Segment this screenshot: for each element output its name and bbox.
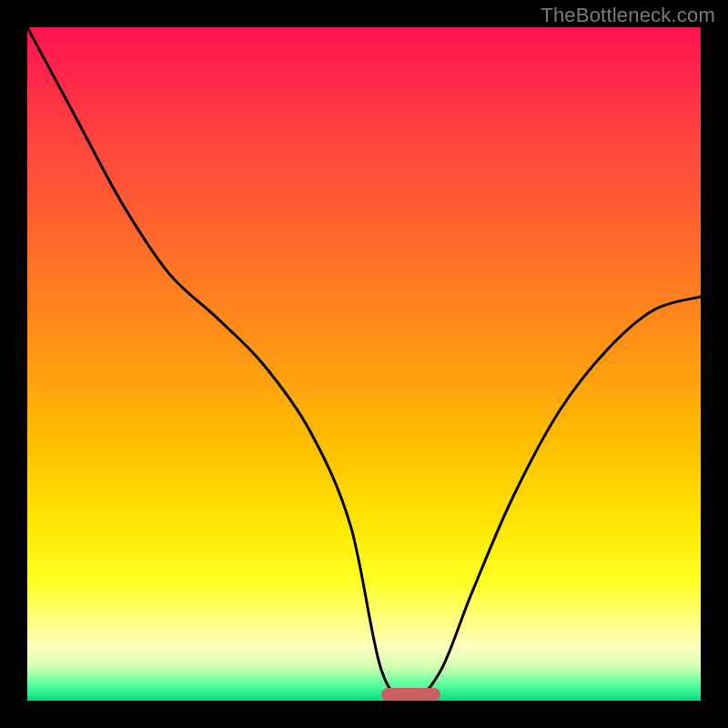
chart-frame: TheBottleneck.com <box>0 0 728 728</box>
watermark-text: TheBottleneck.com <box>541 4 715 27</box>
plot-area <box>27 27 701 701</box>
optimal-range-marker <box>381 688 440 701</box>
bottleneck-curve <box>27 27 701 701</box>
